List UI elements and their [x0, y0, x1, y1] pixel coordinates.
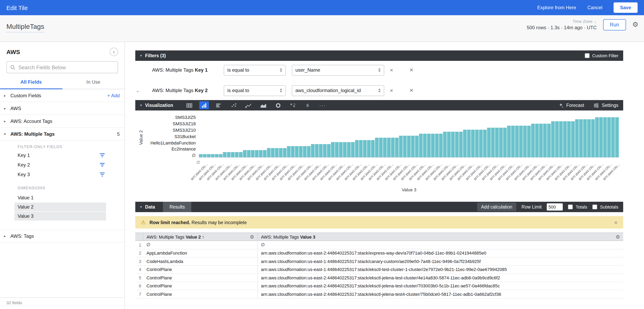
- table-row[interactable]: 1∅∅: [135, 241, 623, 249]
- sidebar-field[interactable]: Key 2: [0, 160, 124, 170]
- chart-bar: [295, 146, 298, 157]
- subtotals-checkbox[interactable]: [592, 204, 597, 209]
- chart-bar: [471, 130, 475, 157]
- tab-in-use[interactable]: In Use: [62, 79, 124, 89]
- table-row[interactable]: 6ControlPlanearn:aws:cloudformation:us-e…: [135, 282, 623, 290]
- y-axis-tick-labels: SMS3JIZ5SMS3JIZ18SMS3JIZ10S31BucketHello…: [135, 114, 196, 159]
- explore-from-here-link[interactable]: Explore from Here: [537, 5, 576, 10]
- viz-scatter-icon[interactable]: [229, 101, 238, 109]
- chart-bar: [307, 146, 310, 157]
- viz-bar-chart-icon[interactable]: [199, 101, 209, 109]
- filters-section-bar[interactable]: ▾ Filters (3) Custom Filter: [135, 50, 623, 61]
- filter-only-fields-header: FILTER-ONLY FIELDS: [0, 142, 124, 150]
- sidebar-item-custom-fields[interactable]: ▸ Custom Fields + Add: [0, 89, 124, 102]
- column-header-value2[interactable]: AWS: Multiple Tags Value 2↑ ⚙: [143, 233, 258, 240]
- timezone-selector[interactable]: Time Zone ⌄: [527, 19, 596, 24]
- totals-checkbox[interactable]: [568, 204, 573, 209]
- viz-hex-icon[interactable]: 6: [303, 101, 312, 109]
- filter-value-select[interactable]: user_Name: [292, 65, 384, 76]
- chart-type-strip: 6 ···: [184, 101, 327, 109]
- cell-value3: arn:aws:cloudformation:us-east-2:4486402…: [258, 282, 623, 290]
- caret-right-icon: ▸: [4, 119, 10, 123]
- clear-filter-value-icon[interactable]: ×: [390, 67, 393, 73]
- custom-filter-toggle[interactable]: Custom Filter: [584, 53, 618, 58]
- viz-donut-chart-icon[interactable]: [273, 101, 283, 109]
- collapse-sidebar-button[interactable]: ‹: [110, 48, 118, 56]
- chart-bar: [363, 140, 367, 157]
- column-gear-icon[interactable]: ⚙: [616, 234, 620, 240]
- cell-value2: CodeHashLambda: [143, 257, 258, 265]
- table-row[interactable]: 3CodeHashLambdaarn:aws:cloudformation:us…: [135, 257, 623, 266]
- clear-filter-value-icon[interactable]: ×: [390, 87, 393, 94]
- filter-icon[interactable]: [99, 153, 105, 158]
- chart-bar: [347, 142, 350, 157]
- sidebar-group-aws[interactable]: ▸ AWS: [0, 102, 124, 115]
- filter-operator-select[interactable]: is equal to: [224, 85, 286, 96]
- viz-line-chart-icon[interactable]: [244, 101, 253, 109]
- viz-row-chart-icon[interactable]: [214, 101, 224, 109]
- dismiss-warning-icon[interactable]: ×: [614, 219, 618, 226]
- cancel-button[interactable]: Cancel: [587, 5, 602, 10]
- table-row[interactable]: 4ControlPlanearn:aws:cloudformation:us-e…: [135, 266, 623, 274]
- query-name[interactable]: MultipleTags: [6, 23, 44, 32]
- custom-filter-checkbox[interactable]: [584, 53, 589, 58]
- row-number: 2: [135, 249, 143, 257]
- chevron-down-icon[interactable]: ⌄: [136, 88, 142, 93]
- sliders-icon: [594, 103, 599, 108]
- filter-icon[interactable]: [99, 172, 105, 177]
- chart-bar: [551, 122, 555, 157]
- sidebar-field[interactable]: Key 1: [0, 150, 124, 160]
- chart-bar: [343, 142, 346, 157]
- table-header: AWS: Multiple Tags Value 2↑ ⚙ AWS: Multi…: [135, 232, 623, 241]
- viz-settings-button[interactable]: Settings: [594, 103, 618, 108]
- field-label: Key 1: [18, 152, 99, 158]
- run-button[interactable]: Run: [603, 19, 626, 30]
- sidebar-group-tags[interactable]: ▸ AWS: Tags: [0, 230, 124, 242]
- tab-all-fields[interactable]: All Fields: [0, 79, 62, 89]
- filter-operator-select[interactable]: is equal to: [224, 65, 286, 76]
- chart-bar: [387, 138, 391, 157]
- add-calculation-button[interactable]: Add calculation: [477, 202, 516, 211]
- warning-icon: ⚠: [141, 219, 146, 225]
- chart-plot-area[interactable]: [199, 115, 619, 158]
- viz-area-chart-icon[interactable]: [258, 101, 268, 109]
- viz-table-icon[interactable]: [184, 101, 194, 109]
- chart-bar: [555, 122, 559, 157]
- field-label: Key 3: [18, 172, 99, 177]
- remove-filter-icon[interactable]: ×: [410, 66, 413, 74]
- table-row[interactable]: 7ControlPlanearn:aws:cloudformation:us-e…: [135, 290, 623, 298]
- forecast-button[interactable]: Forecast: [558, 103, 584, 108]
- column-gear-icon[interactable]: ⚙: [250, 234, 254, 240]
- subtotals-toggle[interactable]: Subtotals: [592, 204, 618, 209]
- add-custom-field-button[interactable]: + Add: [107, 93, 120, 98]
- sidebar-group-multiple-tags[interactable]: ▾ AWS: Multiple Tags 5: [0, 128, 124, 140]
- cell-value2: ControlPlane: [143, 290, 258, 298]
- sidebar-dimension[interactable]: Value 1: [14, 193, 106, 202]
- remove-filter-icon[interactable]: ×: [410, 87, 413, 94]
- chart-bar: [199, 154, 202, 157]
- cell-value2: ControlPlane: [143, 282, 258, 290]
- save-button[interactable]: Save: [614, 2, 638, 13]
- field-search[interactable]: [6, 61, 118, 73]
- sidebar-dimension[interactable]: Value 3: [14, 212, 106, 220]
- viz-heatmap-icon[interactable]: [288, 101, 298, 109]
- table-row[interactable]: 5ControlPlanearn:aws:cloudformation:us-e…: [135, 274, 623, 282]
- row-limit-input[interactable]: [547, 203, 563, 210]
- visualization-section-bar[interactable]: ▾ Visualization 6 ··· Forecast: [135, 100, 623, 110]
- settings-gear-icon[interactable]: ⚙: [632, 20, 638, 29]
- search-input[interactable]: [18, 64, 114, 70]
- filter-value-select[interactable]: aws_cloudformation_logical_id: [292, 85, 384, 96]
- viz-more-icon[interactable]: ···: [318, 101, 327, 109]
- chart-bar: [479, 130, 483, 157]
- y-axis-tick-label: S31Bucket: [135, 134, 196, 140]
- column-header-value3[interactable]: AWS: Multiple Tags Value 3 ⚙: [258, 233, 623, 240]
- data-section-bar[interactable]: ▾ Data Results Add calculation Row Limit…: [135, 202, 623, 212]
- sidebar-group-account-tags[interactable]: ▸ AWS: Account Tags: [0, 115, 124, 128]
- tab-results[interactable]: Results: [163, 202, 191, 212]
- filter-icon[interactable]: [99, 162, 105, 167]
- sidebar-dimension[interactable]: Value 2: [14, 202, 106, 211]
- sidebar-field[interactable]: Key 3: [0, 170, 124, 179]
- chart-bar: [303, 146, 306, 157]
- table-row[interactable]: 2AppLambdaFunctionarn:aws:cloudformation…: [135, 249, 623, 257]
- totals-toggle[interactable]: Totals: [568, 204, 587, 209]
